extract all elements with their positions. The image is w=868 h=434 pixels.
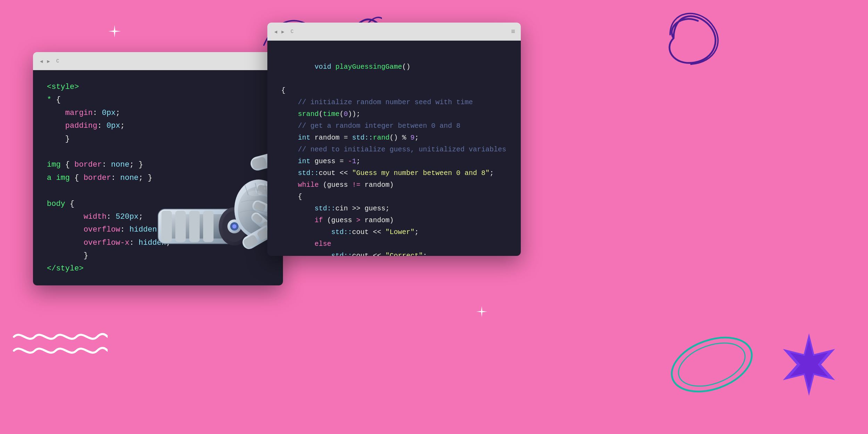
- browser-titlebar-right: ◀ ▶ C ≡: [267, 23, 521, 41]
- cpp-code-block: void playGuessingGame() { // initialize …: [267, 41, 521, 256]
- cpp-line-5: // get a random integer between 0 and 8: [281, 120, 507, 132]
- css-code-block: <style> * { margin: 0px; padding: 0px; }…: [33, 70, 283, 285]
- refresh-right[interactable]: C: [289, 28, 295, 35]
- cpp-line-1: void playGuessingGame(): [281, 49, 507, 85]
- deco-burst-right: [771, 330, 847, 406]
- css-line-5: }: [47, 133, 269, 145]
- cpp-line-13: if (guess > random): [281, 215, 507, 226]
- css-line-6: [47, 145, 269, 158]
- deco-loop-bottom: [660, 330, 764, 399]
- css-line-13: overflow-x: hidden;: [47, 236, 269, 249]
- nav-arrows-right[interactable]: ◀ ▶: [273, 28, 286, 35]
- css-line-9: [47, 184, 269, 197]
- cpp-line-14: std::cout << "Lower";: [281, 226, 507, 238]
- deco-wave-bottom: [10, 323, 108, 365]
- browser-content-left: <style> * { margin: 0px; padding: 0px; }…: [33, 70, 283, 285]
- css-line-1: <style>: [47, 81, 269, 93]
- css-line-10: body {: [47, 198, 269, 210]
- cpp-line-10: while (guess != random): [281, 179, 507, 191]
- back-arrow-right[interactable]: ◀: [273, 28, 278, 35]
- cpp-line-16: std::cout << "Correct";: [281, 250, 507, 256]
- css-line-12: overflow: hidden;: [47, 223, 269, 236]
- cpp-line-9: std::cout << "Guess my number between 0 …: [281, 167, 507, 179]
- refresh-left[interactable]: C: [54, 58, 61, 65]
- browser-titlebar-left: ◀ ▶ C: [33, 52, 283, 70]
- cpp-line-7: // need to initialize guess, unitialized…: [281, 144, 507, 156]
- deco-loop-top-right: [660, 7, 729, 69]
- css-line-11: width: 520px;: [47, 210, 269, 223]
- cpp-line-11: {: [281, 191, 507, 203]
- css-line-4: padding: 0px;: [47, 119, 269, 132]
- svg-point-1: [673, 335, 751, 394]
- css-line-8: a img { border: none; }: [47, 172, 269, 184]
- cpp-line-4: srand(time(0));: [281, 108, 507, 120]
- cpp-line-2: {: [281, 85, 507, 97]
- css-line-15: </style>: [47, 262, 269, 275]
- css-line-2: * {: [47, 93, 269, 106]
- forward-arrow-right[interactable]: ▶: [280, 28, 285, 35]
- svg-marker-3: [790, 340, 828, 389]
- forward-arrow-left[interactable]: ▶: [45, 58, 51, 65]
- nav-arrows-left[interactable]: ◀ ▶: [39, 58, 51, 65]
- browser-window-left: ◀ ▶ C <style> * { margin: 0px; padding: …: [33, 52, 283, 285]
- browser-content-right: void playGuessingGame() { // initialize …: [267, 41, 521, 256]
- cpp-line-15: else: [281, 238, 507, 250]
- back-arrow-left[interactable]: ◀: [39, 58, 44, 65]
- cpp-line-8: int guess = -1;: [281, 156, 507, 167]
- sparkle-bottom: [476, 306, 488, 318]
- cpp-line-12: std::cin >> guess;: [281, 203, 507, 215]
- css-line-14: }: [47, 249, 269, 262]
- cpp-line-6: int random = std::rand() % 9;: [281, 132, 507, 144]
- svg-point-0: [664, 330, 759, 399]
- sparkle-top-left: [108, 24, 122, 38]
- browser-window-right: ◀ ▶ C ≡ void playGuessingGame() { // ini…: [267, 23, 521, 256]
- menu-icon-right[interactable]: ≡: [511, 28, 515, 36]
- css-line-3: margin: 0px;: [47, 107, 269, 119]
- css-line-7: img { border: none; }: [47, 158, 269, 171]
- cpp-line-3: // initialize random number seed with ti…: [281, 97, 507, 108]
- svg-marker-2: [783, 333, 835, 396]
